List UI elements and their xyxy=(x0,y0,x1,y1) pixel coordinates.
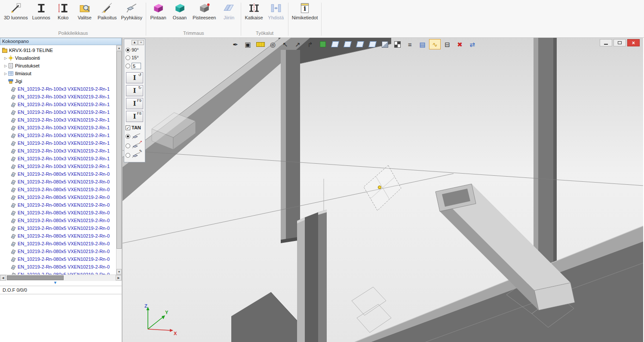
tree-item-profile[interactable]: EN_10219-2-Rn-080x5 VXEN10219-2-Rn-0 xyxy=(0,178,116,186)
delete-icon[interactable]: ✖ xyxy=(454,39,466,49)
tree-item-profile[interactable]: EN_10219-2-Rn-100x3 VXEN10219-2-Rn-1 xyxy=(0,162,116,170)
copy-icon[interactable]: ▤ xyxy=(417,39,428,49)
tree-item-profile[interactable]: EN_10219-2-Rn-080x5 VXEN10219-2-Rn-0 xyxy=(0,240,116,247)
miter-icon xyxy=(223,2,235,14)
scroll-left-icon[interactable]: ◀ xyxy=(0,275,6,281)
scroll-up-icon[interactable]: ▲ xyxy=(117,45,122,51)
pin-icon[interactable]: ✒ xyxy=(230,39,241,49)
tree-item-profile[interactable]: EN_10219-2-Rn-080x5 VXEN10219-2-Rn-0 xyxy=(0,193,116,201)
ruler-icon[interactable] xyxy=(255,39,266,49)
flip-f8-button[interactable]: I F8 xyxy=(126,111,143,122)
tree-item-profile[interactable]: EN_10219-2-Rn-100x3 VXEN10219-2-Rn-1 xyxy=(0,139,116,147)
flip-f9-button[interactable]: I F9 xyxy=(126,98,143,109)
cursor-pick-icon[interactable]: ↱ xyxy=(304,39,316,49)
ribbon-button-pyyhkaisy[interactable]: Pyyhkäisy xyxy=(119,1,145,30)
ribbon-button-3d-sketch[interactable]: 3D luonnos xyxy=(2,1,30,30)
tree-item-profile[interactable]: EN_10219-2-Rn-080x5 VXEN10219-2-Rn-0 xyxy=(0,170,116,178)
solid-cube-icon[interactable] xyxy=(379,39,391,49)
tree-item-profile[interactable]: EN_10219-2-Rn-100x3 VXEN10219-2-Rn-1 xyxy=(0,101,116,108)
ribbon-button-pintaan[interactable]: Pintaan xyxy=(147,1,169,30)
panel-splitter[interactable]: ▼ xyxy=(0,281,122,286)
tree-item-profile[interactable]: EN_10219-2-Rn-080x5 VXEN10219-2-Rn-0 xyxy=(0,209,116,217)
tree-item-profile[interactable]: EN_10219-2-Rn-100x3 VXEN10219-2-Rn-1 xyxy=(0,131,116,139)
maximize-button[interactable] xyxy=(613,39,626,46)
angle-15-radio[interactable]: 15° xyxy=(124,54,145,61)
select-frame-icon[interactable]: ▣ xyxy=(242,39,254,49)
ribbon-button-valitse[interactable]: Valitse xyxy=(74,1,95,30)
ribbon-button-osaan[interactable]: Osaan xyxy=(169,1,190,30)
swap-arrows-icon[interactable]: ⇄ xyxy=(466,39,478,49)
expand-arrow-icon[interactable]: ▷ xyxy=(3,72,8,76)
cursor-snap-icon[interactable]: ↗ xyxy=(292,39,304,49)
plane-1-icon[interactable] xyxy=(329,39,341,49)
tan-checkbox[interactable]: ✓ TAN xyxy=(124,124,145,131)
rotate-profile-ccw-button[interactable]: I ↺ xyxy=(126,72,143,83)
sweep-mode-3-radio[interactable]: ✎ xyxy=(124,150,145,160)
tree-horizontal-scrollbar[interactable]: ◀ ▶ xyxy=(0,275,122,281)
tree-item-profile[interactable]: EN_10219-2-Rn-080x5 VXEN10219-2-Rn-0 xyxy=(0,224,116,232)
tree-item-profile[interactable]: EN_10219-2-Rn-080x5 VXEN10219-2-Rn-0 xyxy=(0,232,116,240)
column-center[interactable] xyxy=(281,50,300,243)
snap-center-icon[interactable]: ◎ xyxy=(267,39,279,49)
plane-3-icon[interactable] xyxy=(354,39,366,49)
ribbon-button-luonnos[interactable]: Luonnos xyxy=(30,1,52,30)
plane-4-icon[interactable] xyxy=(367,39,378,49)
scroll-down-icon[interactable]: ▼ xyxy=(117,269,122,275)
tree-item-profile[interactable]: EN_10219-2-Rn-100x3 VXEN10219-2-Rn-1 xyxy=(0,155,116,162)
face-fill-icon[interactable] xyxy=(317,39,328,49)
ribbon-button-yhdista[interactable]: Yhdistä xyxy=(265,1,287,30)
tree-node-jigi[interactable]: Jigi xyxy=(0,77,116,85)
tree-item-profile[interactable]: EN_10219-2-Rn-100x3 VXEN10219-2-Rn-1 xyxy=(0,124,116,131)
ribbon-button-paikoitus[interactable]: Paikoitus xyxy=(95,1,119,30)
tree-item-profile[interactable]: EN_10219-2-Rn-080x5 VXEN10219-2-Rn-0 xyxy=(0,247,116,255)
tree-item-profile[interactable]: EN_10219-2-Rn-100x3 VXEN10219-2-Rn-1 xyxy=(0,108,116,116)
tree-item-profile[interactable]: EN_10219-2-Rn-080x5 VXEN10219-2-Rn-0 xyxy=(0,271,116,275)
active-point-marker[interactable] xyxy=(378,186,381,189)
steel-frame-scene[interactable]: Z Y X xyxy=(123,38,643,342)
panel-collapse-icon[interactable]: ▲ xyxy=(132,40,138,45)
tree-item-profile[interactable]: EN_10219-2-Rn-100x3 VXEN10219-2-Rn-1 xyxy=(0,85,116,93)
tree-item-profile[interactable]: EN_10219-2-Rn-100x3 VXEN10219-2-Rn-1 xyxy=(0,116,116,124)
expand-arrow-icon[interactable]: ▷ xyxy=(3,64,8,68)
tree-root-node[interactable]: KRVX-911-9 TELINE xyxy=(0,46,116,54)
3d-viewport[interactable]: Z Y X ✒ ▣ xyxy=(123,38,643,342)
ribbon-button-koko[interactable]: Koko xyxy=(52,1,74,30)
tree-item-profile[interactable]: EN_10219-2-Rn-080x5 VXEN10219-2-Rn-0 xyxy=(0,201,116,209)
angle-90-radio[interactable]: 90° xyxy=(124,46,145,54)
ribbon-button-jiiriin[interactable]: Jiiriin xyxy=(218,1,239,30)
drawer-icon[interactable]: ⊟ xyxy=(442,39,453,49)
ribbon-button-nimiketiedot[interactable]: i Nimiketiedot xyxy=(290,1,320,35)
angle-custom-radio[interactable] xyxy=(124,61,145,70)
tree-node-ilmiasut[interactable]: ▷ Ilmiasut xyxy=(0,70,116,77)
panel-close-icon[interactable]: × xyxy=(138,40,144,45)
close-button[interactable]: × xyxy=(627,39,640,46)
angle-value-input[interactable] xyxy=(132,63,141,69)
minimize-button[interactable] xyxy=(600,39,612,46)
tree-node-visualisointi[interactable]: ▷ Visualisointi xyxy=(0,54,116,62)
plane-2-icon[interactable] xyxy=(342,39,353,49)
scrollbar-thumb[interactable] xyxy=(7,275,64,280)
rotate-profile-cw-button[interactable]: I ↻ xyxy=(126,85,143,96)
folder-magnifier-icon xyxy=(79,2,91,14)
scrollbar-thumb[interactable] xyxy=(117,51,122,249)
list-icon[interactable]: ≡ xyxy=(404,39,416,49)
tree-item-profile[interactable]: EN_10219-2-Rn-100x3 VXEN10219-2-Rn-1 xyxy=(0,147,116,155)
expand-arrow-icon[interactable]: ▷ xyxy=(3,56,8,60)
tree-node-piirustukset[interactable]: ▷ Piirustukset xyxy=(0,62,116,70)
channel-post[interactable] xyxy=(297,210,327,342)
ribbon-separator xyxy=(288,3,288,36)
tree-item-profile[interactable]: EN_10219-2-Rn-080x5 VXEN10219-2-Rn-0 xyxy=(0,263,116,271)
cursor-arrow-icon[interactable]: ↖ xyxy=(279,39,291,49)
checker-cube-icon[interactable] xyxy=(392,39,403,49)
splitter-arrow-icon[interactable]: ▼ xyxy=(53,281,57,285)
tree-vertical-scrollbar[interactable]: ▲ ▼ xyxy=(116,45,122,275)
tree-item-profile[interactable]: EN_10219-2-Rn-080x5 VXEN10219-2-Rn-0 xyxy=(0,186,116,193)
scroll-right-icon[interactable]: ▶ xyxy=(116,275,122,281)
tree-item-profile[interactable]: EN_10219-2-Rn-080x5 VXEN10219-2-Rn-0 xyxy=(0,255,116,263)
tree-item-profile[interactable]: EN_10219-2-Rn-080x5 VXEN10219-2-Rn-0 xyxy=(0,217,116,224)
sweep-curve-icon[interactable]: ∿ xyxy=(429,39,441,49)
ribbon-button-katkaise[interactable]: Katkaise xyxy=(242,1,265,30)
ribbon-button-pisteeseen[interactable]: Pisteeseen xyxy=(190,1,218,30)
sweep-icon xyxy=(126,2,138,14)
tree-item-profile[interactable]: EN_10219-2-Rn-100x3 VXEN10219-2-Rn-1 xyxy=(0,93,116,101)
